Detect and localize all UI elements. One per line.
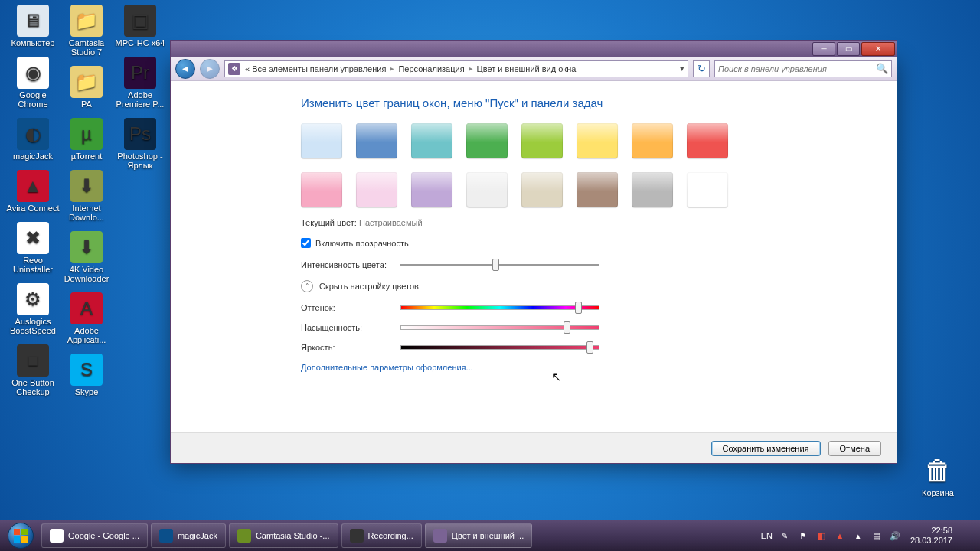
chevron-right-icon: ▸ (469, 64, 473, 73)
taskbar-button[interactable]: Recording... (341, 523, 422, 548)
refresh-button[interactable]: ↻ (693, 60, 710, 77)
save-button[interactable]: Сохранить изменения (711, 441, 821, 456)
show-desktop-button[interactable] (965, 521, 974, 550)
breadcrumb-dropdown-icon[interactable]: ▾ (680, 64, 684, 73)
taskbar-button[interactable]: Цвет и внешний ... (425, 523, 532, 548)
minimize-button[interactable]: ─ (812, 42, 835, 56)
personalization-window: ─ ▭ ✕ ◄ ► ❖ « Все элементы панели управл… (170, 57, 897, 464)
taskbar-clock[interactable]: 22:58 28.03.2017 (907, 526, 956, 546)
hue-slider[interactable] (400, 305, 599, 311)
desktop-icon[interactable]: µµTorrent (60, 118, 113, 161)
color-swatch[interactable] (411, 123, 452, 158)
tray-flag-icon[interactable]: ⚑ (797, 530, 809, 542)
breadcrumb-leaf[interactable]: Цвет и внешний вид окна (477, 64, 577, 73)
desktop-icon[interactable]: ▣MPC-HC x64 (113, 5, 167, 47)
color-swatch[interactable] (687, 123, 728, 158)
app-icon (50, 529, 64, 543)
tray-shield-icon[interactable]: ◧ (815, 530, 828, 542)
color-swatch[interactable] (687, 172, 728, 207)
color-swatch[interactable] (301, 172, 342, 207)
color-swatch[interactable] (577, 123, 618, 158)
tray-volume-icon[interactable]: 🔊 (889, 530, 901, 542)
intensity-slider[interactable] (400, 262, 599, 268)
desktop-icon[interactable]: ✖Revo Uninstaller (6, 222, 60, 274)
desktop-icon[interactable]: AAdobe Applicati... (60, 292, 113, 344)
taskbar: Google - Google ...magicJackCamtasia Stu… (0, 520, 980, 551)
address-bar: ◄ ► ❖ « Все элементы панели управления ▸… (171, 57, 897, 81)
svg-rect-1 (21, 529, 28, 535)
desktop-icon[interactable]: ◉Google Chrome (6, 57, 60, 109)
search-icon[interactable]: 🔍 (876, 63, 888, 74)
desktop-icon[interactable]: ◐magicJack (6, 118, 60, 161)
desktop-icon[interactable]: ⚙Auslogics BoostSpeed (6, 283, 60, 335)
color-swatch[interactable] (521, 172, 563, 207)
search-box[interactable]: 🔍 (714, 60, 892, 77)
current-color-value: Настраиваемый (359, 218, 423, 227)
desktop-icon[interactable]: ■One Button Checkup (6, 344, 60, 396)
nav-forward-button[interactable]: ► (200, 59, 220, 79)
desktop-icon-label: One Button Checkup (6, 378, 60, 396)
cancel-button[interactable]: Отмена (828, 441, 881, 456)
windows-logo-icon (8, 523, 34, 549)
window-content: Изменить цвет границ окон, меню "Пуск" и… (171, 81, 897, 432)
tray-chevron-up-icon[interactable]: ▴ (852, 530, 864, 542)
start-button[interactable] (0, 520, 41, 551)
control-panel-icon: ❖ (228, 63, 240, 75)
tray-pen-icon[interactable]: ✎ (779, 530, 791, 542)
color-swatch[interactable] (466, 172, 508, 207)
app-icon: Pr (124, 57, 156, 89)
desktop-icon-recycle-bin[interactable]: 🗑 Корзина (911, 455, 965, 497)
tray-antivirus-icon[interactable]: ▲ (834, 530, 846, 542)
desktop-icon-label: Auslogics BoostSpeed (6, 317, 60, 335)
color-swatch[interactable] (632, 172, 673, 207)
color-swatch[interactable] (356, 172, 397, 207)
desktop-icon[interactable]: PsPhotoshop - Ярлык (113, 118, 167, 170)
app-icon: ✖ (17, 222, 49, 254)
breadcrumb[interactable]: ❖ « Все элементы панели управления ▸ Пер… (224, 60, 688, 77)
app-icon (433, 529, 447, 543)
color-mixer-expander[interactable]: ˄ Скрыть настройку цветов (301, 280, 874, 292)
transparency-checkbox[interactable] (301, 238, 311, 248)
tray-network-icon[interactable]: ▤ (871, 530, 883, 542)
app-icon: A (70, 292, 103, 324)
language-indicator[interactable]: EN (761, 531, 773, 540)
color-swatch[interactable] (577, 172, 618, 207)
taskbar-button[interactable]: Google - Google ... (41, 523, 148, 548)
svg-rect-3 (21, 536, 28, 543)
close-button[interactable]: ✕ (861, 42, 895, 56)
desktop-icon[interactable]: PrAdobe Premiere P... (113, 57, 167, 109)
desktop-icon[interactable]: 🖥Компьютер (6, 5, 60, 47)
desktop-icon[interactable]: ⬇4K Video Downloader (60, 231, 113, 283)
desktop-icon[interactable]: 📁PA (60, 66, 113, 109)
breadcrumb-mid[interactable]: Персонализация (398, 64, 464, 73)
color-swatch[interactable] (466, 123, 508, 158)
breadcrumb-root[interactable]: Все элементы панели управления (252, 64, 386, 73)
taskbar-button[interactable]: magicJack (151, 523, 226, 548)
taskbar-button-label: Google - Google ... (68, 531, 139, 540)
desktop-icon[interactable]: ⬇Internet Downlo... (60, 170, 113, 222)
color-swatch[interactable] (411, 172, 452, 207)
color-swatch[interactable] (301, 123, 342, 158)
color-swatch[interactable] (632, 123, 673, 158)
brightness-slider[interactable] (400, 344, 599, 350)
nav-back-button[interactable]: ◄ (175, 59, 195, 79)
desktop-icon[interactable]: ▲Avira Connect (6, 170, 60, 213)
expander-label: Скрыть настройку цветов (319, 282, 419, 291)
app-icon: ◉ (17, 57, 49, 89)
transparency-checkbox-row[interactable]: Включить прозрачность (301, 238, 874, 248)
taskbar-button-label: magicJack (178, 531, 217, 540)
search-input[interactable] (718, 64, 876, 73)
advanced-appearance-link[interactable]: Дополнительные параметры оформления... (301, 363, 874, 372)
saturation-label: Насыщенность: (301, 323, 400, 332)
clock-date: 28.03.2017 (910, 536, 952, 546)
color-swatch[interactable] (521, 123, 563, 158)
desktop-icon[interactable]: 📁Camtasia Studio 7 (60, 5, 113, 57)
window-titlebar[interactable]: ─ ▭ ✕ (170, 40, 897, 57)
taskbar-button[interactable]: Camtasia Studio -... (229, 523, 338, 548)
desktop-icon-label: magicJack (13, 152, 53, 161)
taskbar-button-label: Цвет и внешний ... (452, 531, 524, 540)
color-swatch[interactable] (356, 123, 397, 158)
maximize-button[interactable]: ▭ (837, 42, 860, 56)
desktop-icon[interactable]: SSkype (60, 354, 113, 396)
saturation-slider[interactable] (400, 324, 599, 331)
